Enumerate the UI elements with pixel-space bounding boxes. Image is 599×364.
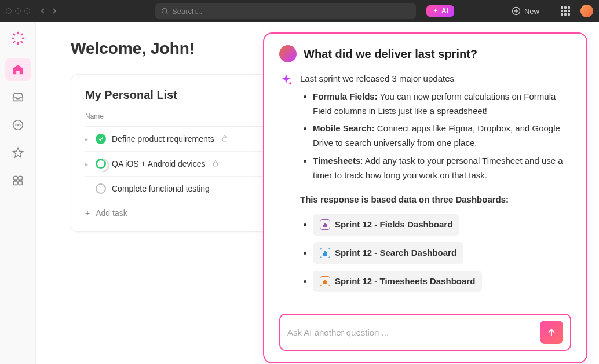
dashboard-label: Sprint 12 - Search Dashboard xyxy=(335,246,456,260)
nav-forward-button[interactable] xyxy=(51,8,58,14)
main: Welcome, John! My Personal List Name ▸De… xyxy=(0,22,599,364)
home-icon xyxy=(12,63,24,76)
task-name: Define product requirements xyxy=(112,134,214,144)
nav-arrows xyxy=(39,8,58,14)
dashboard-icon xyxy=(320,276,330,286)
dots-circle-icon xyxy=(12,119,24,131)
divider xyxy=(550,6,550,16)
header-right: New xyxy=(512,5,593,17)
dashboard-chip[interactable]: Sprint 12 - Fields Dashboard xyxy=(313,214,459,236)
app-logo-icon xyxy=(9,29,27,47)
dashboard-item: Sprint 12 - Fields Dashboard xyxy=(313,214,571,236)
ai-label: AI xyxy=(441,7,448,15)
search-icon xyxy=(161,8,169,15)
window-controls xyxy=(6,8,30,14)
svg-rect-6 xyxy=(13,177,17,180)
add-task-label: Add task xyxy=(96,208,127,218)
nav-back-button[interactable] xyxy=(39,8,46,14)
svg-rect-8 xyxy=(13,181,17,185)
star-icon xyxy=(12,146,24,159)
ai-sources: This response is based data on three Das… xyxy=(300,193,571,292)
maximize-window-button[interactable] xyxy=(24,8,30,14)
ai-body: Last sprint we released 3 major updates … xyxy=(300,72,571,307)
update-title: Formula Fields: xyxy=(313,91,378,101)
task-name: QA iOS + Android devices xyxy=(112,159,205,168)
ai-send-button[interactable] xyxy=(540,321,563,344)
ai-input-row xyxy=(279,314,571,351)
ai-question: What did we deliver last sprint? xyxy=(304,47,477,61)
user-avatar-small xyxy=(279,45,297,62)
dashboard-label: Sprint 12 - Timesheets Dashboard xyxy=(335,274,475,289)
sidebar xyxy=(0,22,36,364)
dashboard-icon xyxy=(320,248,330,258)
svg-rect-9 xyxy=(18,181,21,185)
dashboard-icon xyxy=(320,219,330,230)
content: Welcome, John! My Personal List Name ▸De… xyxy=(36,22,599,364)
status-progress-icon[interactable] xyxy=(96,159,106,169)
expand-icon[interactable]: ▸ xyxy=(85,161,90,167)
grid-icon xyxy=(12,174,24,187)
ai-question-row: What did we deliver last sprint? xyxy=(279,45,571,62)
status-open-icon[interactable] xyxy=(96,183,106,194)
dashboard-chip[interactable]: Sprint 12 - Timesheets Dashboard xyxy=(313,271,482,292)
update-item: Formula Fields: You can now perform calc… xyxy=(313,90,571,119)
arrow-up-icon xyxy=(546,327,557,337)
titlebar: Search... AI New xyxy=(0,0,599,22)
sparkle-icon xyxy=(279,73,293,87)
expand-icon[interactable]: ▸ xyxy=(85,136,90,142)
close-window-button[interactable] xyxy=(6,8,12,14)
dashboard-list: Sprint 12 - Fields DashboardSprint 12 - … xyxy=(300,214,571,292)
plus-circle-icon xyxy=(512,6,521,16)
ai-button[interactable]: AI xyxy=(426,5,454,17)
search-placeholder: Search... xyxy=(172,7,202,16)
ai-sparkle-icon xyxy=(432,8,439,14)
update-title: Timesheets xyxy=(313,156,360,166)
svg-point-0 xyxy=(162,8,167,13)
update-title: Mobile Search: xyxy=(313,123,375,133)
new-label: New xyxy=(524,7,539,16)
lock-icon xyxy=(212,159,219,169)
svg-rect-10 xyxy=(222,138,227,141)
sidebar-more[interactable] xyxy=(5,113,31,137)
ai-panel: What did we deliver last sprint? Last sp… xyxy=(263,32,587,363)
svg-rect-7 xyxy=(18,177,21,180)
svg-point-3 xyxy=(15,124,16,126)
update-list: Formula Fields: You can now perform calc… xyxy=(300,90,571,183)
sources-heading: This response is based data on three Das… xyxy=(300,193,571,207)
ai-response: Last sprint we released 3 major updates … xyxy=(279,72,571,307)
dashboard-label: Sprint 12 - Fields Dashboard xyxy=(335,218,452,232)
dashboard-item: Sprint 12 - Search Dashboard xyxy=(313,242,571,264)
dashboard-item: Sprint 12 - Timesheets Dashboard xyxy=(313,271,571,292)
apps-menu-button[interactable] xyxy=(561,6,570,16)
update-item: Timesheets: Add any task to your persona… xyxy=(313,154,571,183)
svg-rect-11 xyxy=(214,163,218,166)
ai-intro: Last sprint we released 3 major updates xyxy=(300,72,571,86)
ai-input[interactable] xyxy=(287,328,534,337)
update-item: Mobile Search: Connect apps like Figma, … xyxy=(313,122,571,150)
sidebar-home[interactable] xyxy=(5,58,31,81)
search-input[interactable]: Search... xyxy=(155,3,416,19)
status-done-icon[interactable] xyxy=(96,134,106,144)
sidebar-dashboards[interactable] xyxy=(5,169,31,192)
svg-point-4 xyxy=(17,124,18,126)
inbox-icon xyxy=(12,91,24,104)
user-avatar[interactable] xyxy=(580,5,593,17)
plus-icon: + xyxy=(85,208,90,218)
minimize-window-button[interactable] xyxy=(15,8,21,14)
new-button[interactable]: New xyxy=(512,6,539,16)
svg-point-5 xyxy=(19,124,20,126)
sidebar-inbox[interactable] xyxy=(5,86,31,109)
lock-icon xyxy=(221,134,228,144)
task-name: Complete functional testing xyxy=(112,184,210,193)
dashboard-chip[interactable]: Sprint 12 - Search Dashboard xyxy=(313,242,463,264)
sidebar-favorites[interactable] xyxy=(5,141,31,164)
